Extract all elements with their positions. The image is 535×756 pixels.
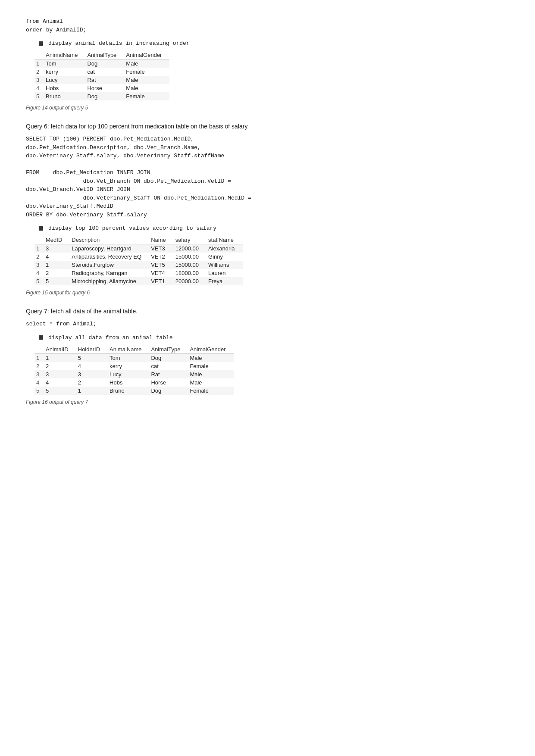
cell-medid: 5 xyxy=(44,277,70,285)
cell-holderid: 5 xyxy=(76,353,108,362)
cell-name: VET3 xyxy=(149,244,174,253)
cell-salary: 18000.00 xyxy=(174,269,206,277)
cell-animaltype: Horse xyxy=(85,84,124,92)
section-query6: Query 6: fetch data for top 100 percent … xyxy=(26,123,509,296)
cell-animalname: Lucy xyxy=(44,76,85,84)
cell-animaltype: Dog xyxy=(149,387,188,395)
cell-animaltype: Dog xyxy=(85,92,124,100)
cell-staffname: Ginny xyxy=(206,253,242,261)
cell-description: Steroids,Furglow xyxy=(70,261,149,269)
col-header-staffname: staffName xyxy=(206,236,242,244)
cell-animalname: kerry xyxy=(108,362,149,370)
query5-code: from Animal order by AnimalID; xyxy=(26,17,509,34)
figure16-caption: Figure 16 output of query 7 xyxy=(26,399,509,405)
col-header-empty xyxy=(34,51,44,59)
section-query5-bottom: from Animal order by AnimalID; display a… xyxy=(26,17,509,111)
cell-animalname: kerry xyxy=(44,68,85,76)
cell-staffname: Alexandria xyxy=(206,244,242,253)
query6-description: Query 6: fetch data for top 100 percent … xyxy=(26,123,509,130)
col-header-empty xyxy=(34,236,44,244)
cell-salary: 15000.00 xyxy=(174,253,206,261)
table-row: 2 4 Antiparasitics, Recovery EQ VET2 150… xyxy=(34,253,243,261)
col-header-animaltype: AnimalType xyxy=(149,345,188,354)
cell-salary: 20000.00 xyxy=(174,277,206,285)
col-header-empty xyxy=(34,345,44,354)
query7-bullet-text: display all data from an animal table xyxy=(48,334,173,341)
cell-salary: 15000.00 xyxy=(174,261,206,269)
col-header-animalid: AnimalID xyxy=(44,345,76,354)
table-row: 1 1 5 Tom Dog Male xyxy=(34,353,234,362)
cell-animalname: Tom xyxy=(44,59,85,68)
cell-animalgender: Male xyxy=(124,76,169,84)
cell-animalgender: Female xyxy=(124,92,169,100)
cell-medid: 1 xyxy=(44,261,70,269)
row-num: 5 xyxy=(34,387,44,395)
cell-animalid: 4 xyxy=(44,378,76,387)
table-row: 5 5 Microchipping, Allamycine VET1 20000… xyxy=(34,277,243,285)
cell-name: VET1 xyxy=(149,277,174,285)
cell-animaltype: Dog xyxy=(149,353,188,362)
col-header-animalname: AnimalName xyxy=(108,345,149,354)
cell-animalgender: Male xyxy=(124,59,169,68)
table-row: 3 Lucy Rat Male xyxy=(34,76,169,84)
row-num: 1 xyxy=(34,353,44,362)
col-header-animalname: AnimalName xyxy=(44,51,85,59)
col-header-name: Name xyxy=(149,236,174,244)
query7-code: select * from Animal; xyxy=(26,320,509,328)
cell-animalid: 5 xyxy=(44,387,76,395)
query7-bullet: display all data from an animal table xyxy=(39,334,509,341)
cell-holderid: 4 xyxy=(76,362,108,370)
query6-table: MedID Description Name salary staffName … xyxy=(34,236,243,285)
cell-medid: 2 xyxy=(44,269,70,277)
cell-animaltype: cat xyxy=(149,362,188,370)
cell-animalgender: Male xyxy=(188,378,233,387)
query5-table: AnimalName AnimalType AnimalGender 1 Tom… xyxy=(34,51,169,100)
table-row: 2 2 4 kerry cat Female xyxy=(34,362,234,370)
cell-animalname: Lucy xyxy=(108,370,149,378)
row-num: 2 xyxy=(34,362,44,370)
row-num: 2 xyxy=(34,253,44,261)
row-num: 2 xyxy=(34,68,44,76)
cell-animalname: Bruno xyxy=(108,387,149,395)
table-row: 4 4 2 Hobs Horse Male xyxy=(34,378,234,387)
cell-holderid: 2 xyxy=(76,378,108,387)
table-row: 5 5 1 Bruno Dog Female xyxy=(34,387,234,395)
query7-description: Query 7: fetch all data of the animal ta… xyxy=(26,308,509,315)
row-num: 4 xyxy=(34,84,44,92)
figure14-caption: Figure 14 output of query 5 xyxy=(26,105,509,111)
cell-staffname: Williams xyxy=(206,261,242,269)
cell-animaltype: Rat xyxy=(85,76,124,84)
cell-medid: 3 xyxy=(44,244,70,253)
cell-name: VET5 xyxy=(149,261,174,269)
cell-medid: 4 xyxy=(44,253,70,261)
cell-animalname: Tom xyxy=(108,353,149,362)
cell-salary: 12000.00 xyxy=(174,244,206,253)
row-num: 5 xyxy=(34,277,44,285)
query5-bullet-text: display animal details in increasing ord… xyxy=(48,40,190,47)
bullet-square-icon xyxy=(39,335,43,340)
table-row: 1 3 Laparoscopy, Heartgard VET3 12000.00… xyxy=(34,244,243,253)
query6-bullet: display top 100 percent values according… xyxy=(39,225,509,231)
figure15-caption: Figure 15 output for query 6 xyxy=(26,290,509,296)
cell-animaltype: Dog xyxy=(85,59,124,68)
cell-animalname: Hobs xyxy=(108,378,149,387)
row-num: 1 xyxy=(34,244,44,253)
col-header-animalgender: AnimalGender xyxy=(124,51,169,59)
table-row: 3 3 3 Lucy Rat Male xyxy=(34,370,234,378)
cell-animalname: Hobs xyxy=(44,84,85,92)
cell-animalname: Bruno xyxy=(44,92,85,100)
cell-animalid: 1 xyxy=(44,353,76,362)
row-num: 3 xyxy=(34,261,44,269)
query7-table: AnimalID HolderID AnimalName AnimalType … xyxy=(34,345,234,395)
table-row: 3 1 Steroids,Furglow VET5 15000.00 Willi… xyxy=(34,261,243,269)
cell-animaltype: cat xyxy=(85,68,124,76)
col-header-holderid: HolderID xyxy=(76,345,108,354)
cell-staffname: Lauren xyxy=(206,269,242,277)
col-header-medid: MedID xyxy=(44,236,70,244)
query6-code: SELECT TOP (100) PERCENT dbo.Pet_Medicat… xyxy=(26,135,509,219)
table-row: 4 Hobs Horse Male xyxy=(34,84,169,92)
cell-animalgender: Female xyxy=(124,68,169,76)
table-row: 5 Bruno Dog Female xyxy=(34,92,169,100)
cell-name: VET4 xyxy=(149,269,174,277)
cell-animaltype: Horse xyxy=(149,378,188,387)
